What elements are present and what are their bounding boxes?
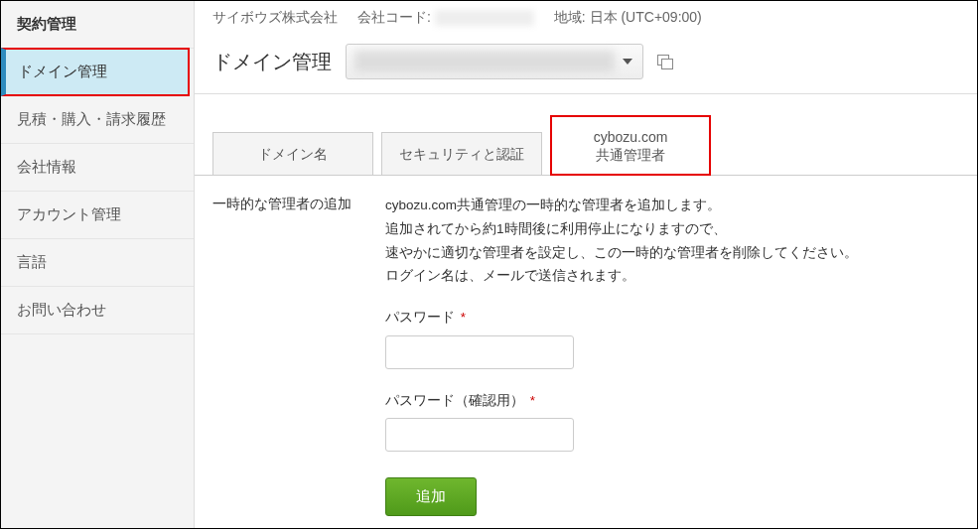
desc-line: cybozu.com共通管理の一時的な管理者を追加します。 [385,194,959,217]
company-code-label: 会社コード: [357,9,431,25]
chevron-down-icon [623,59,632,65]
tab-domain-name[interactable]: ドメイン名 [212,132,373,175]
page-title: ドメイン管理 [212,49,332,75]
company-code: 会社コード: [357,9,534,27]
titlebar: ドメイン管理 [195,36,977,94]
main: サイボウズ株式会社 会社コード: 地域: 日本 (UTC+09:00) ドメイン… [195,1,977,528]
tabrow: ドメイン名 セキュリティと認証 cybozu.com 共通管理者 [195,94,977,176]
region: 地域: 日本 (UTC+09:00) [554,9,702,27]
sidebar-header: 契約管理 [1,1,194,49]
admin-add-panel: 一時的な管理者の追加 cybozu.com共通管理の一時的な管理者を追加します。… [195,176,977,516]
add-button[interactable]: 追加 [385,477,477,516]
company-code-value [435,10,534,26]
password-confirm-label: パスワード（確認用） * [385,389,959,413]
panel-label: 一時的な管理者の追加 [212,194,361,516]
sidebar-item-billing[interactable]: 見積・購入・請求履歴 [1,96,194,144]
desc-line: 速やかに適切な管理者を設定し、この一時的な管理者を削除してください。 [385,241,959,265]
sidebar-item-contact[interactable]: お問い合わせ [1,287,194,334]
sidebar-item-domain[interactable]: ドメイン管理 [1,48,190,96]
company-name: サイボウズ株式会社 [212,9,338,27]
sidebar-item-language[interactable]: 言語 [1,239,194,287]
copy-icon[interactable] [657,55,673,68]
region-value: 日本 (UTC+09:00) [590,9,702,25]
password-field: パスワード * [385,306,959,369]
region-label: 地域: [554,9,586,25]
tab-common-admin[interactable]: cybozu.com 共通管理者 [550,115,711,176]
password-label-text: パスワード [385,310,455,325]
topbar: サイボウズ株式会社 会社コード: 地域: 日本 (UTC+09:00) [195,1,977,36]
required-mark: * [461,310,466,325]
password-confirm-input[interactable] [385,418,574,452]
domain-select-value [354,51,615,72]
sidebar: 契約管理 ドメイン管理 見積・購入・請求履歴 会社情報 アカウント管理 言語 お… [1,1,195,528]
tab-label-line1: cybozu.com [594,129,668,145]
desc-line: 追加されてから約1時間後に利用停止になりますので、 [385,217,959,241]
required-mark: * [530,393,535,408]
password-confirm-label-text: パスワード（確認用） [385,393,524,408]
domain-select[interactable] [346,44,643,79]
tab-label-line2: 共通管理者 [565,146,696,164]
password-input[interactable] [385,335,574,369]
submit-row: 追加 [385,477,959,516]
panel-body: cybozu.com共通管理の一時的な管理者を追加します。 追加されてから約1時… [385,194,959,516]
tab-label: ドメイン名 [258,146,328,162]
sidebar-item-company[interactable]: 会社情報 [1,144,194,192]
password-label: パスワード * [385,306,959,330]
password-confirm-field: パスワード（確認用） * [385,389,959,453]
tab-label: セキュリティと認証 [399,146,524,162]
tab-security[interactable]: セキュリティと認証 [381,132,542,175]
sidebar-item-account[interactable]: アカウント管理 [1,192,194,239]
desc-line: ログイン名は、メールで送信されます。 [385,264,959,288]
